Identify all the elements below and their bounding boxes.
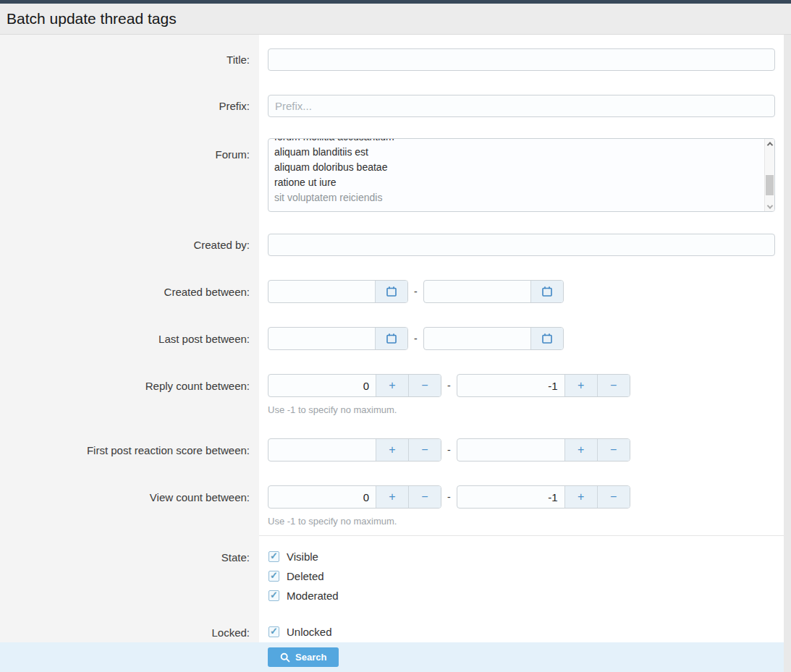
deleted-checkbox-label[interactable]: Deleted — [287, 570, 324, 582]
range-dash: - — [447, 444, 451, 456]
moderated-checkbox[interactable] — [268, 590, 279, 601]
deleted-checkbox[interactable] — [268, 571, 279, 582]
state-option-moderated: Moderated — [268, 589, 775, 603]
calendar-icon — [541, 333, 553, 344]
reaction-score-min-decrement-button[interactable]: − — [408, 439, 441, 461]
range-dash: - — [414, 286, 418, 297]
forum-option[interactable]: sit voluptatem reiciendis — [274, 190, 764, 205]
unlocked-checkbox-label[interactable]: Unlocked — [287, 626, 332, 638]
last-post-from-calendar-button[interactable] — [375, 328, 407, 349]
form-row-last-post-between: Last post between: - — [0, 327, 784, 374]
state-option-visible: Visible — [268, 550, 775, 563]
calendar-icon — [541, 286, 553, 297]
page-header: Batch update thread tags — [0, 4, 791, 35]
moderated-checkbox-label[interactable]: Moderated — [287, 590, 339, 602]
last-post-from-group — [268, 327, 408, 350]
minus-icon: − — [610, 379, 617, 392]
search-button[interactable]: Search — [268, 647, 339, 667]
view-count-max-decrement-button[interactable]: − — [597, 486, 630, 508]
reply-count-min-input[interactable] — [268, 375, 376, 396]
form-row-reaction-score: First post reaction score between: + − -… — [0, 438, 784, 485]
forum-option[interactable]: aliquam blanditiis est — [274, 145, 764, 160]
reaction-score-max-group: + − — [457, 438, 630, 462]
forum-option[interactable]: forum mollitia accusantium — [274, 139, 764, 145]
plus-icon: + — [578, 379, 584, 392]
search-icon — [280, 652, 290, 663]
last-post-to-group — [423, 327, 564, 350]
created-from-group — [268, 280, 408, 303]
plus-icon: + — [578, 443, 584, 456]
reply-count-max-increment-button[interactable]: + — [564, 375, 597, 396]
created-to-calendar-button[interactable] — [530, 281, 563, 302]
form-row-view-count: View count between: + − - + − Use -1 to … — [0, 485, 784, 536]
last-post-to-input[interactable] — [424, 328, 530, 349]
reaction-score-label: First post reaction score between: — [87, 444, 250, 456]
view-count-min-decrement-button[interactable]: − — [408, 486, 441, 508]
plus-icon: + — [389, 443, 395, 456]
page-title: Batch update thread tags — [7, 10, 177, 27]
reaction-score-max-decrement-button[interactable]: − — [597, 439, 630, 461]
calendar-icon — [386, 333, 397, 344]
minus-icon: − — [610, 443, 617, 456]
prefix-input[interactable] — [268, 95, 775, 117]
view-count-max-input[interactable] — [457, 486, 564, 508]
created-from-input[interactable] — [268, 281, 375, 302]
visible-checkbox[interactable] — [268, 551, 279, 562]
state-option-deleted: Deleted — [268, 569, 775, 583]
form-footer: Search — [0, 642, 784, 672]
view-count-hint: Use -1 to specify no maximum. — [268, 515, 775, 527]
form-row-locked: Locked: Unlocked — [0, 622, 784, 642]
scrollbar-thumb[interactable] — [766, 175, 774, 195]
forum-select[interactable]: forum mollitia accusantium aliquam bland… — [268, 138, 775, 212]
reply-count-max-group: + − — [457, 374, 630, 397]
form-row-reply-count: Reply count between: + − - + − Use -1 to… — [0, 374, 784, 438]
calendar-icon — [386, 286, 397, 297]
reply-count-min-decrement-button[interactable]: − — [408, 375, 441, 396]
locked-option-unlocked: Unlocked — [268, 625, 775, 639]
forum-option[interactable]: ratione ut iure — [274, 175, 764, 190]
view-count-max-increment-button[interactable]: + — [564, 486, 597, 508]
last-post-to-calendar-button[interactable] — [530, 328, 563, 349]
unlocked-checkbox[interactable] — [268, 626, 279, 637]
created-to-input[interactable] — [424, 281, 530, 302]
reaction-score-min-increment-button[interactable]: + — [376, 439, 408, 461]
reply-count-max-decrement-button[interactable]: − — [597, 375, 630, 396]
batch-update-form: Title: Prefix: Forum: forum mollitia acc… — [0, 35, 784, 642]
view-count-min-input[interactable] — [268, 486, 376, 508]
form-row-state: State: Visible Deleted Moderated — [0, 536, 784, 622]
created-from-calendar-button[interactable] — [375, 281, 407, 302]
scroll-down-icon[interactable] — [765, 202, 774, 211]
title-input[interactable] — [268, 48, 775, 71]
reaction-score-min-group: + − — [268, 438, 441, 462]
last-post-from-input[interactable] — [268, 328, 375, 349]
reply-count-min-increment-button[interactable]: + — [376, 375, 408, 396]
view-count-label: View count between: — [150, 491, 250, 503]
forum-scrollbar[interactable] — [764, 139, 774, 211]
last-post-between-label: Last post between: — [158, 333, 250, 345]
created-by-input[interactable] — [268, 234, 775, 256]
range-dash: - — [414, 333, 418, 344]
reaction-score-min-input[interactable] — [268, 439, 376, 461]
reply-count-label: Reply count between: — [145, 380, 250, 392]
form-row-created-between: Created between: - — [0, 280, 784, 327]
reply-count-max-input[interactable] — [457, 375, 564, 396]
plus-icon: + — [389, 490, 395, 503]
title-label: Title: — [227, 54, 250, 66]
minus-icon: − — [610, 490, 617, 503]
view-count-min-increment-button[interactable]: + — [376, 486, 408, 508]
form-row-prefix: Prefix: — [0, 95, 784, 138]
reaction-score-max-increment-button[interactable]: + — [564, 439, 597, 461]
locked-label: Locked: — [211, 626, 250, 639]
forum-option[interactable]: aliquam doloribus beatae — [274, 160, 764, 175]
view-count-max-group: + − — [457, 485, 630, 509]
reaction-score-max-input[interactable] — [457, 439, 564, 461]
state-label: State: — [221, 551, 250, 563]
form-row-title: Title: — [0, 35, 784, 95]
minus-icon: − — [421, 379, 428, 392]
form-row-created-by: Created by: — [0, 234, 784, 280]
visible-checkbox-label[interactable]: Visible — [287, 550, 318, 563]
scroll-up-icon[interactable] — [765, 139, 774, 148]
prefix-label: Prefix: — [219, 100, 250, 112]
range-dash: - — [447, 491, 451, 503]
scrollbar-track[interactable] — [765, 148, 774, 202]
